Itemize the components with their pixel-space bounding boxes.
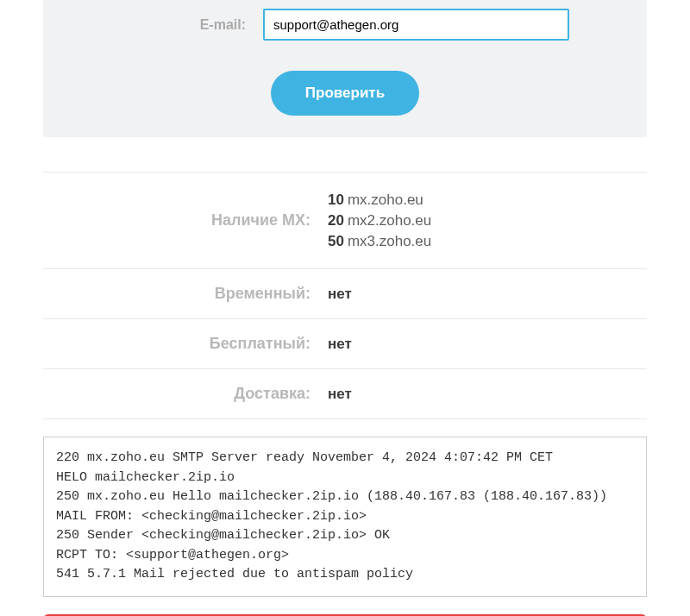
free-value: нет xyxy=(328,336,352,353)
mx-list: 10mx.zoho.eu 20mx2.zoho.eu 50mx3.zoho.eu xyxy=(328,190,431,251)
temporary-value: нет xyxy=(328,286,352,303)
temporary-label: Временный: xyxy=(43,285,310,303)
check-form: E-mail: Проверить xyxy=(43,0,647,137)
check-button[interactable]: Проверить xyxy=(271,71,419,116)
email-row: E-mail: xyxy=(86,9,604,41)
email-label: E-mail: xyxy=(86,17,246,33)
smtp-log: 220 mx.zoho.eu SMTP Server ready Novembe… xyxy=(43,437,647,597)
delivery-label: Доставка: xyxy=(43,385,310,403)
email-field[interactable] xyxy=(263,9,569,41)
free-label: Бесплатный: xyxy=(43,335,310,353)
temporary-row: Временный: нет xyxy=(43,269,647,319)
delivery-row: Доставка: нет xyxy=(43,369,647,419)
mx-row: Наличие MX: 10mx.zoho.eu 20mx2.zoho.eu 5… xyxy=(43,172,647,269)
free-row: Бесплатный: нет xyxy=(43,319,647,369)
list-item: 50mx3.zoho.eu xyxy=(328,231,431,252)
button-row: Проверить xyxy=(86,71,604,116)
mx-label: Наличие MX: xyxy=(43,211,310,229)
list-item: 20mx2.zoho.eu xyxy=(328,211,431,231)
delivery-value: нет xyxy=(328,386,352,403)
results-section: Наличие MX: 10mx.zoho.eu 20mx2.zoho.eu 5… xyxy=(43,172,647,419)
list-item: 10mx.zoho.eu xyxy=(328,190,431,211)
